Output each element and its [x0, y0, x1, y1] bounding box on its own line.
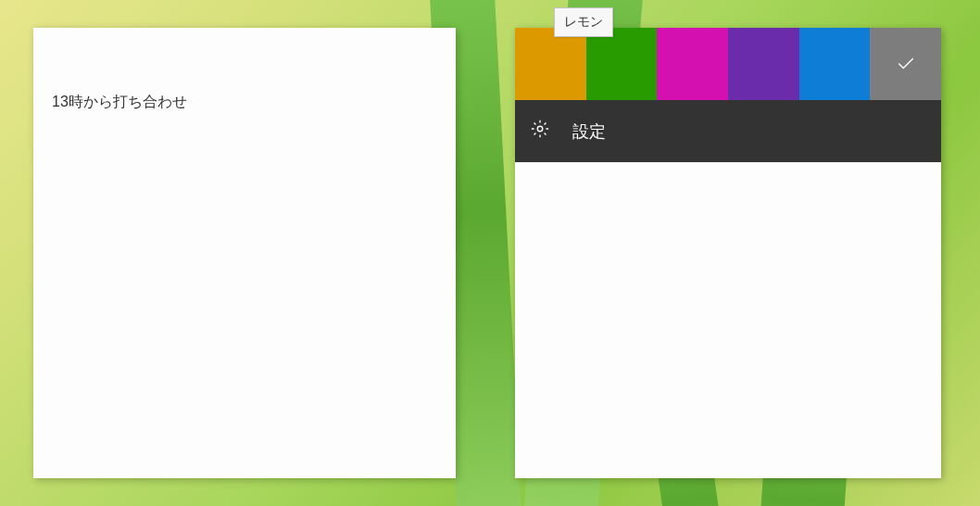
- sticky-note-settings-window: レモン 設定: [515, 28, 941, 478]
- checkmark-icon: [896, 54, 916, 74]
- color-swatch-gray[interactable]: [870, 28, 941, 100]
- color-swatch-purple[interactable]: [728, 28, 799, 100]
- color-tooltip: レモン: [554, 7, 613, 37]
- settings-button[interactable]: 設定: [515, 100, 941, 162]
- color-swatch-green[interactable]: [586, 28, 658, 100]
- color-swatch-magenta[interactable]: [657, 28, 728, 100]
- sticky-note-window[interactable]: 13時から打ち合わせ: [33, 28, 456, 478]
- gear-icon: [530, 119, 550, 144]
- svg-point-0: [537, 126, 543, 132]
- color-picker-bar: [515, 28, 941, 100]
- color-swatch-orange[interactable]: [515, 28, 586, 100]
- color-swatch-blue[interactable]: [799, 28, 871, 100]
- settings-label: 設定: [572, 120, 606, 143]
- note-text-area[interactable]: 13時から打ち合わせ: [33, 28, 456, 131]
